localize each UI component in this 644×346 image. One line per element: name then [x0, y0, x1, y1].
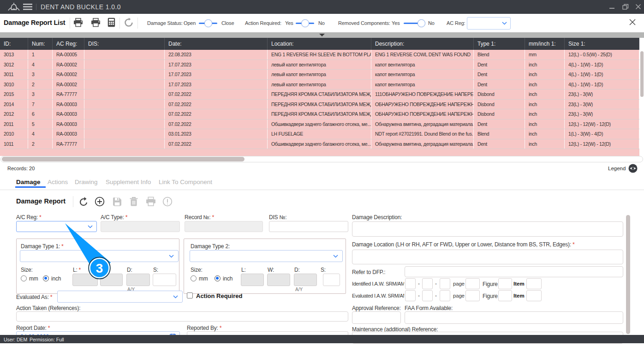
table-cell: капот вентилятора [371, 70, 474, 79]
l-label-2: L: [241, 267, 246, 273]
print-report-icon[interactable] [146, 197, 156, 207]
table-row-3010[interactable]: 30102RA-0000217.07.2023левый капот венти… [0, 80, 639, 90]
header-cell-location[interactable]: Location: [268, 38, 371, 50]
table-row-partial[interactable] [0, 149, 639, 156]
toggle-knob[interactable] [301, 19, 309, 27]
table-body: 30131RA-0000522.08.2023ENG 1 REVERSE RH … [0, 50, 639, 156]
undo-icon[interactable] [78, 197, 89, 207]
header-cell-size-1[interactable]: Size 1: [565, 38, 639, 50]
identified-item-input[interactable] [526, 278, 542, 289]
table-cell: 17.07.2023 [165, 80, 268, 89]
minimize-button[interactable] [609, 4, 615, 10]
header-cell-ac-reg[interactable]: AC Reg: [53, 38, 84, 50]
tab-drawing[interactable]: Drawing [75, 179, 98, 185]
evaluated-page-input[interactable] [465, 290, 480, 301]
restore-button[interactable] [622, 4, 629, 10]
table-row-2014[interactable]: 20147RA-0000307.02.2022ПЕРЕДНЯЯ КРОМКА С… [0, 100, 639, 110]
close-window-button[interactable] [635, 4, 641, 10]
size-s-input-1[interactable] [153, 274, 176, 286]
form-vscrollbar-thumb[interactable] [626, 215, 630, 334]
toggle-label: Damage Status: [147, 20, 183, 26]
evaluated-ref-2-input[interactable] [422, 290, 433, 301]
ac-reg-filter-select[interactable] [467, 17, 511, 30]
table-row-3013[interactable]: 30131RA-0000522.08.2023ENG 1 REVERSE RH … [0, 50, 639, 60]
table-cell: RA-00003 [53, 109, 84, 119]
close-panel-icon[interactable] [629, 18, 636, 26]
action-taken-input[interactable] [16, 311, 348, 322]
tab-damage[interactable]: Damage [16, 179, 41, 185]
evaluated-item-input[interactable] [526, 290, 542, 301]
identified-page-label: page [453, 281, 465, 286]
table-row-2010[interactable]: 20104RA-0000303.01.2023LH FUSELAGENDT re… [0, 129, 639, 139]
toggle-option-right: No [428, 20, 435, 26]
splitter-collapse-icon[interactable] [319, 34, 325, 37]
identified-figure-input[interactable] [498, 278, 512, 289]
splitter-bar[interactable] [0, 32, 644, 38]
delete-icon[interactable] [129, 197, 139, 207]
print-icon[interactable] [73, 18, 83, 27]
table-cell: 07.02.2022 [165, 109, 268, 119]
save-icon[interactable] [112, 197, 122, 207]
evaluated-ref-3-input[interactable] [440, 290, 450, 301]
evaluated-as-combobox[interactable] [57, 291, 183, 303]
table-row-2011[interactable]: 20115RA-0000307.02.2022Обшивкадвери задн… [0, 119, 639, 130]
header-cell-description[interactable]: Description: [371, 38, 474, 50]
titlebar-divider [36, 4, 36, 10]
print-all-icon[interactable] [91, 18, 101, 27]
tab-link-to-component[interactable]: Link To Component [159, 179, 212, 185]
ac-reg-combobox[interactable] [16, 221, 97, 232]
table-hscrollbar-thumb[interactable] [2, 157, 244, 161]
table-cell: 5 [28, 119, 53, 129]
table-row-1011[interactable]: 10112RA-7777707.02.2022Обшивкадвери задн… [0, 139, 639, 149]
damage-location-input[interactable] [352, 250, 623, 264]
toggle-knob[interactable] [417, 19, 425, 27]
refer-dfp-input[interactable] [405, 266, 623, 277]
dash: - [435, 292, 437, 299]
inch-radio-1[interactable] [43, 275, 49, 281]
identified-ref-2-input[interactable] [422, 278, 433, 289]
refresh-icon[interactable] [124, 18, 134, 28]
faa-form-input[interactable] [405, 311, 623, 324]
header-cell-type-1[interactable]: Type 1: [474, 38, 525, 50]
identified-ref-3-input[interactable] [440, 278, 450, 289]
size-s-input-2[interactable] [323, 274, 340, 286]
header-cell-mm-inch-1[interactable]: mm/inch 1: [525, 38, 565, 50]
tab-supplement-info[interactable]: Supplement Info [106, 179, 151, 185]
mm-radio-2[interactable] [191, 275, 197, 281]
add-icon[interactable] [95, 197, 105, 207]
table-cell: 3 [28, 70, 53, 79]
table-vscrollbar-thumb[interactable] [640, 51, 644, 97]
info-icon[interactable] [162, 197, 173, 207]
tab-actions[interactable]: Actions [48, 179, 68, 185]
identified-page-input[interactable] [465, 278, 480, 289]
table-row-3012[interactable]: 30124RA-0000217.07.2023левый капот венти… [0, 60, 639, 70]
toggle-knob[interactable] [204, 19, 212, 27]
legend-eye-icon[interactable] [628, 164, 638, 173]
inch-radio-2[interactable] [215, 275, 221, 281]
table-cell: ПЕРЕДНЯЯ КРОМКА СТАБИЛИЗАТОРА МЕЖДУ... [268, 89, 371, 99]
table-cell: 07.02.2022 [165, 100, 268, 109]
header-cell-date[interactable]: Date: [165, 38, 268, 50]
dis-no-input[interactable] [269, 221, 348, 232]
evaluated-figure-input[interactable] [498, 290, 512, 301]
evaluated-ref-1-input[interactable] [405, 290, 416, 301]
menu-hamburger-icon[interactable] [23, 4, 32, 10]
table-row-3011[interactable]: 30113RA-0000217.07.2023левый капот венти… [0, 70, 639, 80]
table-cell: 22.08.2023 [165, 50, 268, 60]
mm-radio-1[interactable] [21, 275, 27, 281]
table-row-2012[interactable]: 20126RA-0000307.02.2022ПЕРЕДНЯЯ КРОМКА С… [0, 109, 639, 119]
approval-reference-input[interactable] [352, 311, 401, 324]
d-label-2: D: [294, 267, 300, 273]
header-cell-num[interactable]: Num: [28, 38, 53, 50]
damage-description-input[interactable] [352, 221, 623, 237]
action-required-checkbox[interactable] [187, 292, 193, 298]
table-row-2015[interactable]: 20153RA-7777707.02.2022ПЕРЕДНЯЯ КРОМКА С… [0, 89, 639, 100]
header-cell-id[interactable]: ID: [0, 38, 28, 50]
export-grid-icon[interactable] [107, 18, 115, 27]
form-toolbar-separator [73, 196, 73, 207]
damage-type-1-combobox[interactable] [20, 250, 179, 262]
table-cell: ОБНАРУЖЕНО ПОВРЕЖДЕНИЕ НАПЕРЕЖНЕЙ... [371, 100, 474, 109]
damage-type-2-combobox[interactable] [190, 250, 343, 262]
identified-ref-1-input[interactable] [405, 278, 416, 289]
header-cell-dis[interactable]: DIS: [84, 38, 165, 50]
